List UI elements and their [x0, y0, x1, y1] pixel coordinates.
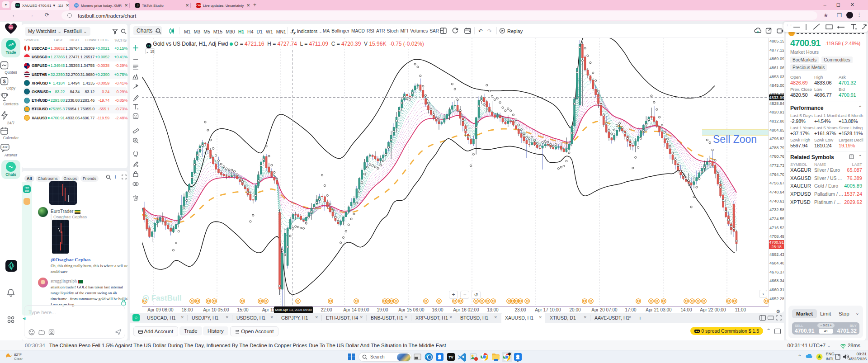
svg-text:$: $ — [3, 79, 5, 84]
svg-text:4764.70: 4764.70 — [769, 172, 784, 177]
svg-text:14:00: 14:00 — [680, 307, 692, 312]
svg-text:Apr 16 02:00: Apr 16 02:00 — [453, 307, 479, 312]
svg-text:4804.85: 4804.85 — [769, 128, 784, 132]
svg-text:TV: TV — [448, 355, 453, 359]
svg-text:4828.94: 4828.94 — [769, 101, 784, 106]
svg-text:4660.31: 4660.31 — [769, 288, 784, 292]
svg-text:4716.52: 4716.52 — [769, 226, 784, 230]
svg-text:Apr 20 07:00: Apr 20 07:00 — [591, 307, 618, 312]
svg-text:4820.91: 4820.91 — [769, 110, 784, 114]
svg-text:4684.40: 4684.40 — [769, 261, 784, 265]
svg-text:4708.49: 4708.49 — [769, 234, 784, 239]
svg-text:Free: Free — [9, 26, 13, 28]
svg-text:Apr 15 06:00: Apr 15 06:00 — [398, 307, 425, 312]
svg-text:4668.34: 4668.34 — [769, 278, 784, 283]
svg-text:13:00: 13:00 — [487, 307, 498, 312]
svg-text:4869.09: 4869.09 — [769, 57, 784, 61]
svg-text:Apr 21 03:00: Apr 21 03:00 — [646, 307, 672, 312]
svg-text:4748.64: 4748.64 — [769, 190, 784, 194]
svg-text:4877.12: 4877.12 — [769, 48, 784, 52]
svg-text:Apr 14 09:00: Apr 14 09:00 — [343, 307, 369, 312]
svg-text:16:00: 16:00 — [432, 307, 443, 312]
svg-text:Apr 10 05:00: Apr 10 05:00 — [203, 307, 229, 312]
svg-text:4845.00: 4845.00 — [769, 83, 784, 88]
svg-text:Apr 17 10:00: Apr 17 10:00 — [535, 307, 561, 312]
svg-text:19:00: 19:00 — [377, 307, 388, 312]
svg-text:Apr 09 08:00: Apr 09 08:00 — [147, 307, 174, 312]
svg-text:22:00: 22:00 — [321, 307, 332, 312]
svg-text:4724.55: 4724.55 — [769, 217, 784, 221]
svg-text:4812.88: 4812.88 — [769, 119, 784, 123]
svg-text:4676.37: 4676.37 — [769, 270, 784, 274]
svg-text:4780.76: 4780.76 — [769, 154, 784, 159]
svg-text:4796.82: 4796.82 — [769, 137, 784, 141]
svg-text:11:00: 11:00 — [735, 307, 746, 312]
svg-text:4861.06: 4861.06 — [769, 66, 784, 70]
svg-text:4652.28: 4652.28 — [769, 297, 784, 301]
svg-text:4885.15: 4885.15 — [769, 39, 784, 43]
svg-text:1: 1 — [4, 94, 5, 97]
svg-text:20:00: 20:00 — [569, 307, 580, 312]
svg-text:18:00: 18:00 — [181, 307, 193, 312]
svg-text:4692.43: 4692.43 — [769, 252, 784, 257]
svg-text:15:00: 15:00 — [237, 307, 248, 312]
svg-text:17:00: 17:00 — [625, 307, 636, 312]
svg-text:4853.03: 4853.03 — [769, 75, 784, 79]
svg-text:4732.58: 4732.58 — [769, 207, 784, 212]
svg-text:4756.67: 4756.67 — [769, 181, 784, 185]
svg-text:Apr 22 00:00: Apr 22 00:00 — [700, 307, 726, 312]
svg-text:23:00: 23:00 — [514, 307, 526, 312]
svg-text:4740.61: 4740.61 — [769, 199, 784, 203]
svg-text:Ask: Ask — [2, 146, 8, 149]
svg-text:Apr 11: Apr 11 — [262, 307, 275, 312]
svg-text:4772.73: 4772.73 — [769, 163, 784, 168]
svg-text:4788.79: 4788.79 — [769, 146, 784, 150]
